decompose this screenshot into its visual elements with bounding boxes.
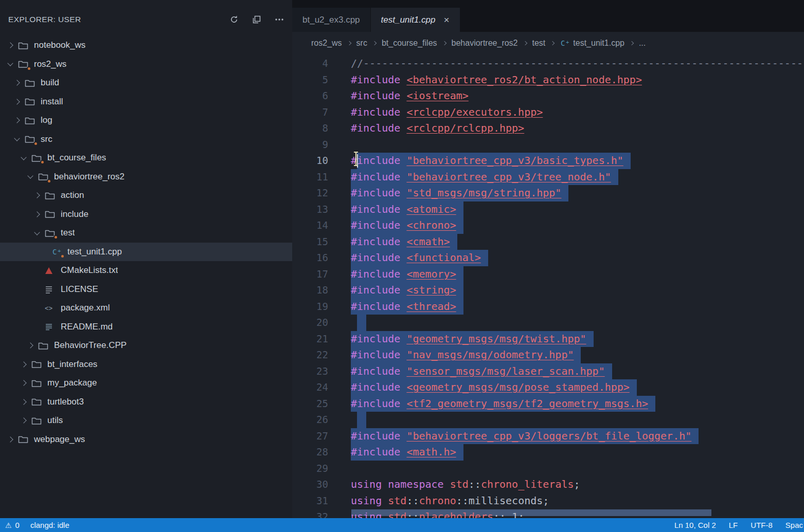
chevron-right-icon bbox=[21, 361, 26, 367]
line-content: #include <tf2_geometry_msgs/tf2_geometry… bbox=[351, 396, 804, 412]
breadcrumb-item-bt_course_files[interactable]: bt_course_files bbox=[382, 39, 437, 48]
close-icon[interactable]: × bbox=[443, 15, 449, 25]
breadcrumb-item-test[interactable]: test bbox=[532, 39, 546, 48]
tree-item-bt_course_files[interactable]: bt_course_files bbox=[0, 149, 292, 168]
tree-item-README.md[interactable]: README.md bbox=[0, 318, 292, 337]
code-token: <cmath> bbox=[406, 235, 450, 248]
chevron-right-icon bbox=[21, 418, 26, 424]
clangd-status[interactable]: clangd: idle bbox=[30, 521, 69, 529]
tree-item-behaviortree_ros2[interactable]: behaviortree_ros2 bbox=[0, 168, 292, 187]
code-line-15[interactable]: 15#include <cmath> bbox=[292, 234, 804, 250]
code-area[interactable]: 4//-------------------------------------… bbox=[292, 54, 804, 518]
tab-test_unit1.cpp[interactable]: test_unit1.cpp× bbox=[371, 8, 460, 32]
eol-indicator[interactable]: LF bbox=[729, 521, 738, 529]
tree-item-log[interactable]: log bbox=[0, 111, 292, 130]
tree-item-BehaviorTree.CPP[interactable]: BehaviorTree.CPP bbox=[0, 336, 292, 355]
tree-item-build[interactable]: build bbox=[0, 74, 292, 93]
code-line-8[interactable]: 8#include <rclcpp/rclcpp.hpp> bbox=[292, 120, 804, 137]
tab-bt_u2_ex3.cpp[interactable]: bt_u2_ex3.cpp bbox=[292, 8, 370, 32]
tree-item-test[interactable]: test bbox=[0, 224, 292, 243]
warning-count[interactable]: 0 bbox=[15, 521, 20, 529]
tree-item-label: test bbox=[61, 228, 75, 238]
breadcrumb-separator-icon bbox=[442, 41, 446, 45]
chevron-slot bbox=[15, 81, 25, 85]
code-line-31[interactable]: 31using std::chrono::milliseconds; bbox=[292, 493, 804, 509]
code-line-26[interactable]: 26 bbox=[292, 412, 804, 428]
chevron-right-icon bbox=[14, 118, 20, 123]
breadcrumb-item-ros2_ws[interactable]: ros2_ws bbox=[311, 39, 342, 48]
code-line-19[interactable]: 19#include <thread> bbox=[292, 299, 804, 315]
code-line-17[interactable]: 17#include <memory> bbox=[292, 266, 804, 283]
code-token: #include bbox=[351, 268, 406, 280]
tree-item-turtlebot3[interactable]: turtlebot3 bbox=[0, 393, 292, 412]
encoding-indicator[interactable]: UTF-8 bbox=[751, 521, 773, 529]
breadcrumb-item-behaviortree_ros2[interactable]: behaviortree_ros2 bbox=[452, 39, 518, 48]
tree-item-src[interactable]: src bbox=[0, 130, 292, 149]
code-line-6[interactable]: 6#include <iostream> bbox=[292, 88, 804, 104]
chevron-slot bbox=[35, 193, 45, 197]
line-content: #include <string> bbox=[351, 282, 804, 299]
code-line-12[interactable]: 12#include "std_msgs/msg/string.hpp" bbox=[292, 185, 804, 201]
tree-item-webpage_ws[interactable]: webpage_ws bbox=[0, 430, 292, 449]
code-line-18[interactable]: 18#include <string> bbox=[292, 282, 804, 299]
code-line-32[interactable]: 32using std::placeholders::_1; bbox=[292, 509, 804, 518]
code-line-16[interactable]: 16#include <functional> bbox=[292, 250, 804, 266]
breadcrumb-item-...[interactable]: ... bbox=[639, 39, 646, 48]
line-content: #include <memory> bbox=[351, 266, 804, 283]
line-content: #include <math.h> bbox=[351, 444, 804, 461]
tree-item-utils[interactable]: utils bbox=[0, 411, 292, 430]
line-content: #include <cmath> bbox=[351, 234, 804, 250]
cursor-position[interactable]: Ln 10, Col 2 bbox=[674, 521, 716, 529]
tree-item-label: log bbox=[41, 115, 52, 125]
tree-item-include[interactable]: include bbox=[0, 205, 292, 224]
code-line-28[interactable]: 28#include <math.h> bbox=[292, 444, 804, 461]
code-line-29[interactable]: 29 bbox=[292, 461, 804, 477]
warning-icon[interactable]: ⚠ bbox=[5, 521, 12, 529]
code-token: #include bbox=[351, 397, 406, 410]
code-line-7[interactable]: 7#include <rclcpp/executors.hpp> bbox=[292, 104, 804, 121]
code-line-13[interactable]: 13#include <atomic> bbox=[292, 201, 804, 218]
tree-item-bt_interfaces[interactable]: bt_interfaces bbox=[0, 355, 292, 374]
refresh-icon[interactable] bbox=[229, 15, 239, 24]
breadcrumb-item-src[interactable]: src bbox=[356, 39, 367, 48]
code-line-23[interactable]: 23#include "sensor_msgs/msg/laser_scan.h… bbox=[292, 363, 804, 380]
code-line-4[interactable]: 4//-------------------------------------… bbox=[292, 56, 804, 72]
code-line-22[interactable]: 22#include "nav_msgs/msg/odometry.hpp" bbox=[292, 347, 804, 363]
code-line-5[interactable]: 5#include <behaviortree_ros2/bt_action_n… bbox=[292, 72, 804, 88]
chevron-slot bbox=[22, 400, 31, 404]
code-token bbox=[382, 510, 388, 518]
code-line-27[interactable]: 27#include "behaviortree_cpp_v3/loggers/… bbox=[292, 428, 804, 445]
tree-item-notebook_ws[interactable]: notebook_ws bbox=[0, 36, 292, 55]
open-editors-icon[interactable] bbox=[252, 15, 261, 24]
breadcrumb-item-test_unit1.cpp[interactable]: C+test_unit1.cpp bbox=[560, 39, 624, 48]
status-bar: ⚠ 0 clangd: idle Ln 10, Col 2 LF UTF-8 S… bbox=[0, 518, 804, 532]
line-content: #include "std_msgs/msg/string.hpp" bbox=[351, 185, 804, 201]
code-token: "geometry_msgs/msg/twist.hpp" bbox=[406, 333, 586, 345]
tree-item-LICENSE[interactable]: LICENSE bbox=[0, 280, 292, 299]
code-line-14[interactable]: 14#include <chrono> bbox=[292, 217, 804, 234]
code-line-25[interactable]: 25#include <tf2_geometry_msgs/tf2_geomet… bbox=[292, 396, 804, 412]
code-line-24[interactable]: 24#include <geometry_msgs/msg/pose_stamp… bbox=[292, 379, 804, 396]
line-content: #include "behaviortree_cpp_v3/basic_type… bbox=[351, 153, 804, 169]
code-token: placeholders bbox=[419, 510, 493, 518]
tree-item-test_unit1.cpp[interactable]: C+test_unit1.cpp bbox=[0, 243, 292, 262]
tree-item-my_package[interactable]: my_package bbox=[0, 374, 292, 393]
code-token: #include bbox=[351, 74, 406, 86]
tree-item-ros2_ws[interactable]: ros2_ws bbox=[0, 55, 292, 74]
code-line-30[interactable]: 30using namespace std::chrono_literals; bbox=[292, 476, 804, 493]
code-line-10[interactable]: 10#include "behaviortree_cpp_v3/basic_ty… bbox=[292, 153, 804, 169]
indentation-indicator[interactable]: Spac bbox=[785, 521, 803, 529]
code-line-9[interactable]: 9 bbox=[292, 137, 804, 153]
code-line-21[interactable]: 21#include "geometry_msgs/msg/twist.hpp" bbox=[292, 331, 804, 347]
tree-item-CMakeLists.txt[interactable]: CMakeLists.txt bbox=[0, 261, 292, 280]
folder-icon bbox=[25, 97, 37, 107]
tree-item-install[interactable]: install bbox=[0, 93, 292, 112]
code-line-11[interactable]: 11#include "behaviortree_cpp_v3/tree_nod… bbox=[292, 169, 804, 186]
tree-item-label: my_package bbox=[47, 378, 97, 388]
code-token: #include bbox=[351, 348, 406, 361]
tree-item-action[interactable]: action bbox=[0, 186, 292, 205]
code-line-20[interactable]: 20 bbox=[292, 315, 804, 331]
tree-item-package.xml[interactable]: <>package.xml bbox=[0, 299, 292, 318]
chevron-slot bbox=[22, 157, 31, 159]
more-actions-icon[interactable] bbox=[275, 15, 284, 24]
